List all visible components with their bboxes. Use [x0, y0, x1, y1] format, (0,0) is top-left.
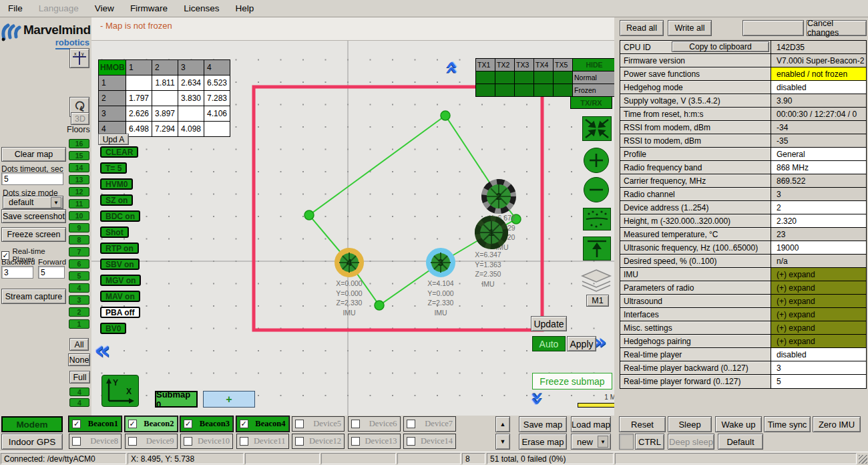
upd-a-button[interactable]: Upd A — [98, 134, 129, 145]
menu-licenses[interactable]: Licenses — [184, 3, 219, 13]
save-map-button[interactable]: Save map — [519, 416, 567, 432]
floors-all-button[interactable]: All — [69, 338, 89, 351]
floor-button-3[interactable]: 13 — [69, 175, 89, 184]
menu-help[interactable]: Help — [235, 3, 254, 13]
wake-up-button[interactable]: Wake up — [715, 416, 762, 432]
parameter-value[interactable]: 2 — [771, 201, 866, 214]
floors-full-button[interactable]: Full — [69, 371, 90, 383]
map-control-button-0[interactable]: CLEAR — [100, 146, 138, 158]
device-tab-r2-2[interactable]: Device10 — [180, 434, 233, 449]
floor-button-8[interactable]: 8 — [69, 235, 89, 245]
upload-map-button[interactable] — [583, 237, 611, 261]
time-sync-button[interactable]: Time sync — [764, 416, 811, 432]
hmob-cell-23[interactable]: 4.098 — [178, 122, 204, 136]
device-tab-r1-2[interactable]: ✓ Beacon3 — [180, 416, 233, 432]
tx-cell[interactable] — [476, 84, 495, 96]
tx1-header[interactable]: TX1 — [476, 59, 495, 71]
blank-button[interactable] — [742, 20, 804, 36]
sleep-button[interactable]: Sleep — [668, 416, 712, 432]
map-select-dropdown[interactable]: new ▼ — [571, 434, 611, 450]
device-tab-r2-1[interactable]: Device9 — [125, 434, 178, 449]
tabs-scroll-up-button[interactable]: ▲ — [495, 416, 510, 432]
3d-view-button[interactable]: 3D — [71, 112, 89, 125]
hmob-cell-4[interactable]: 4 — [204, 60, 230, 75]
map-control-button-8[interactable]: MGV on — [100, 275, 141, 286]
floor-button-6[interactable]: 10 — [69, 211, 89, 220]
hmob-cell-10[interactable]: 2 — [99, 91, 126, 106]
tx-cell[interactable] — [554, 84, 572, 96]
hmob-cell-16[interactable]: 2.626 — [126, 106, 152, 121]
device-checkbox[interactable] — [295, 420, 304, 428]
device-checkbox[interactable] — [295, 437, 304, 446]
erase-map-button[interactable]: Erase map — [519, 434, 567, 450]
hmob-cell-11[interactable]: 1.797 — [126, 91, 152, 106]
hmob-cell-22[interactable]: 7.294 — [152, 122, 178, 136]
hmob-cell-8[interactable]: 2.634 — [178, 75, 204, 90]
floor-button-11[interactable]: 5 — [69, 271, 89, 281]
map-control-button-2[interactable]: HVM0 — [100, 178, 133, 190]
device-tab-r1-5[interactable]: Device6 — [348, 416, 401, 432]
parameter-value[interactable]: enabled / not frozen — [771, 67, 866, 80]
axis-orientation-button[interactable]: Y X — [101, 375, 139, 407]
parameter-value[interactable]: -34 — [771, 121, 866, 134]
save-screenshot-button[interactable]: Save screenshot — [1, 209, 66, 223]
device-checkbox[interactable] — [184, 437, 192, 446]
m1-button[interactable]: M1 — [586, 295, 609, 307]
collapse-left-icon[interactable]: « — [94, 337, 111, 363]
device-checkbox[interactable]: ✓ — [184, 420, 192, 428]
device-tab-r2-4[interactable]: Device12 — [292, 434, 345, 449]
tx-cell[interactable] — [515, 84, 533, 96]
floor-button-15[interactable]: 1 — [69, 319, 89, 329]
hmob-cell-24[interactable] — [204, 122, 230, 136]
floor-button-0[interactable]: 16 — [69, 139, 89, 148]
device-checkbox[interactable] — [240, 437, 248, 446]
floors-extra2-button[interactable]: 4 — [69, 398, 89, 407]
floor-button-4[interactable]: 12 — [69, 187, 89, 196]
tabs-scroll-down-button[interactable]: ▼ — [495, 434, 510, 450]
map-control-button-11[interactable]: BV0 — [100, 323, 126, 334]
expand-down-icon[interactable]: « — [525, 392, 546, 406]
map-control-button-6[interactable]: RTP on — [100, 243, 139, 254]
cancel-changes-button[interactable]: Cancel changes — [807, 20, 867, 36]
floor-button-2[interactable]: 14 — [69, 163, 89, 172]
hmob-cell-0[interactable]: HMOB — [99, 60, 126, 75]
map-control-button-10[interactable]: PBA off — [100, 307, 140, 318]
hmob-cell-19[interactable]: 4.106 — [204, 106, 230, 121]
write-all-button[interactable]: Write all — [668, 20, 712, 36]
hmob-cell-6[interactable] — [126, 75, 152, 90]
parameter-value[interactable]: (+) expand — [771, 268, 866, 281]
backward-input[interactable] — [1, 266, 33, 279]
update-button[interactable]: Update — [531, 316, 567, 331]
device-tab-r2-6[interactable]: Device14 — [403, 434, 456, 449]
parameter-value[interactable]: 3 — [771, 361, 866, 374]
tx3-header[interactable]: TX3 — [515, 59, 533, 71]
parameter-value[interactable]: disabled — [771, 81, 866, 94]
dots-size-select[interactable]: default ▼ — [3, 196, 63, 209]
floors-none-button[interactable]: None — [68, 353, 90, 366]
map-canvas[interactable]: X=0.000Y=0.000 Z=2.330IMU X=4.104Y=0.000… — [91, 40, 614, 416]
device-checkbox[interactable] — [407, 437, 415, 446]
read-all-button[interactable]: Read all — [620, 20, 664, 36]
floor-button-5[interactable]: 11 — [69, 199, 89, 208]
resize-grip[interactable] — [859, 455, 867, 464]
hmob-cell-15[interactable]: 3 — [99, 106, 126, 121]
parameter-value[interactable]: 3.90 — [771, 94, 866, 107]
beacon-marker-3[interactable]: 3 — [429, 251, 453, 275]
stream-capture-button[interactable]: Stream capture — [1, 289, 66, 304]
parameter-value[interactable]: n/a — [771, 255, 866, 267]
parameter-value[interactable]: 868 MHz — [771, 161, 866, 174]
parameter-value[interactable]: 5 — [771, 375, 866, 388]
device-checkbox[interactable] — [351, 420, 360, 428]
map-control-button-3[interactable]: SZ on — [100, 194, 133, 206]
device-checkbox[interactable] — [407, 420, 415, 428]
deep-sleep-button[interactable]: Deep sleep — [668, 434, 714, 450]
floor-button-10[interactable]: 6 — [69, 259, 89, 269]
device-checkbox[interactable] — [72, 437, 81, 446]
tx-cell[interactable] — [495, 84, 514, 96]
parameter-value[interactable]: V7.000i Super-Beacon-2 — [771, 54, 866, 67]
device-checkbox[interactable]: ✓ — [72, 420, 81, 428]
parameter-value[interactable]: General — [771, 148, 866, 160]
parameter-value[interactable]: (+) expand — [771, 295, 866, 307]
floor-button-13[interactable]: 3 — [69, 295, 89, 305]
default-button[interactable]: Default — [718, 434, 763, 450]
